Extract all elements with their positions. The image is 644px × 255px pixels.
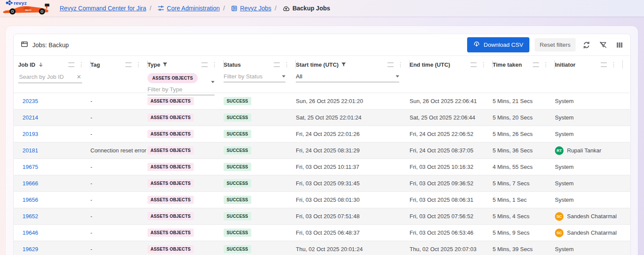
svg-text:REVYZ: REVYZ [25, 9, 32, 11]
job-id-link[interactable]: 19656 [22, 197, 38, 203]
initiator-cell: System [555, 180, 623, 187]
tag-cell: - [90, 197, 147, 203]
job-id-link[interactable]: 19646 [22, 229, 38, 236]
job-id-link[interactable]: 20235 [22, 98, 38, 104]
tag-cell: - [90, 114, 147, 121]
initiator-name: Sandesh Chatarmal [567, 213, 617, 219]
status-badge: SUCCESS [224, 146, 251, 155]
time-taken-cell: 5 Mins, 39 Secs [493, 246, 555, 252]
initiator-name: Sandesh Chatarmal [567, 229, 617, 236]
breadcrumb-label: Backup Jobs [292, 5, 330, 12]
type-badge: ASSETS OBJECTS [147, 196, 194, 204]
column-resize-handle[interactable] [125, 62, 131, 67]
column-resize-handle[interactable] [68, 62, 74, 67]
revyz-logo-icon: revyz REVYZ [3, 0, 51, 15]
start-time-cell: Fri, 03 Oct 2025 06:48:37 [296, 229, 410, 236]
initiator-cell: System [555, 114, 623, 121]
job-id-link[interactable]: 20193 [22, 131, 38, 137]
table-row: 19675 - ASSETS OBJECTS SUCCESS Fri, 03 O… [14, 158, 630, 175]
tag-cell: - [90, 98, 147, 104]
column-resize-handle[interactable] [202, 62, 208, 67]
start-time-cell: Fri, 24 Oct 2025 22:01:26 [296, 131, 410, 137]
columns-button[interactable] [614, 40, 625, 50]
start-time-filter-dropdown[interactable]: All [296, 73, 399, 82]
job-id-link[interactable]: 19675 [22, 164, 38, 170]
sort-descending-icon[interactable] [38, 62, 44, 68]
clear-filters-button[interactable] [597, 39, 609, 50]
initiator-cell: SC Sandesh Chatarmal [555, 212, 623, 221]
breadcrumb-label: Core Administration [167, 5, 220, 12]
type-badge: ASSETS OBJECTS [147, 179, 194, 187]
table-row: 19629 - ASSETS OBJECTS SUCCESS Thu, 02 O… [14, 241, 630, 255]
download-csv-label: Download CSV [484, 42, 523, 48]
column-menu-icon[interactable]: ⋮ [543, 61, 549, 68]
initiator-cell: RT Rupali Tankar [555, 146, 623, 155]
type-filter-selection[interactable]: ASSETS OBJECTS [147, 73, 215, 83]
initiator-name: Rupali Tankar [567, 147, 601, 154]
status-filter-dropdown[interactable]: Filter by Status [224, 73, 285, 82]
initiator-avatar: SC [555, 229, 564, 237]
type-badge: ASSETS OBJECTS [147, 130, 194, 138]
job-id-link[interactable]: 20181 [22, 147, 38, 154]
backup-jobs-card: Jobs: Backup Download CSV Reset filters [13, 34, 631, 255]
initiator-name: System [555, 98, 574, 104]
type-filter-placeholder[interactable]: Filter by Type [147, 86, 215, 93]
revyz-logo: revyz REVYZ [3, 0, 51, 17]
reset-filters-button[interactable]: Reset filters [535, 38, 576, 52]
end-time-cell: Fri, 03 Oct 2025 09:36:52 [410, 180, 493, 187]
end-time-cell: Sat, 25 Oct 2025 22:06:44 [410, 114, 493, 121]
column-resize-handle[interactable] [388, 62, 394, 67]
job-id-search-input[interactable] [18, 73, 76, 81]
column-menu-icon[interactable]: ⋮ [397, 61, 404, 68]
column-resize-handle[interactable] [601, 62, 607, 67]
chevron-down-icon[interactable] [211, 81, 215, 83]
job-id-link[interactable]: 20214 [22, 114, 38, 121]
breadcrumb-link-command-center[interactable]: Revyz Command Center for Jira [60, 5, 146, 12]
column-menu-icon[interactable]: ⋮ [78, 61, 84, 68]
status-filter-placeholder: Filter by Status [224, 73, 279, 80]
table-row: 20193 - ASSETS OBJECTS SUCCESS Fri, 24 O… [14, 126, 630, 142]
table-row: 19646 - ASSETS OBJECTS SUCCESS Fri, 03 O… [14, 224, 630, 241]
type-badge: ASSETS OBJECTS [147, 113, 194, 122]
end-time-cell: Fri, 03 Oct 2025 06:53:46 [410, 229, 493, 236]
status-badge: SUCCESS [224, 196, 251, 204]
initiator-avatar: SC [555, 212, 564, 221]
breadcrumb-link-core-administration[interactable]: Core Administration [155, 5, 220, 12]
table-row: 20181 Connection reset error te ASSETS O… [14, 142, 630, 158]
download-csv-button[interactable]: Download CSV [467, 37, 529, 52]
type-filter-chip[interactable]: ASSETS OBJECTS [147, 73, 198, 83]
column-menu-icon[interactable]: ⋮ [284, 61, 290, 68]
time-taken-cell: 5 Mins, 26 Secs [493, 131, 555, 137]
end-time-cell: Fri, 03 Oct 2025 10:16:32 [410, 164, 493, 170]
tune-icon [157, 5, 164, 12]
column-menu-icon[interactable]: ⋮ [611, 61, 617, 68]
column-resize-handle[interactable] [533, 62, 539, 67]
column-menu-icon[interactable]: ⋮ [481, 61, 487, 68]
toolbar-actions: Download CSV Reset filters [467, 37, 625, 52]
breadcrumb-link-revyz-jobs[interactable]: Revyz Jobs [228, 5, 271, 12]
start-time-cell: Fri, 03 Oct 2025 07:51:48 [296, 213, 410, 219]
jobs-list-icon [231, 5, 237, 12]
column-menu-icon[interactable]: ⋮ [135, 61, 141, 68]
job-id-link[interactable]: 19652 [22, 213, 38, 219]
window-icon [21, 41, 28, 49]
refresh-button[interactable] [581, 39, 592, 51]
refresh-icon [583, 41, 590, 49]
time-taken-cell: 5 Mins, 9 Secs [493, 229, 555, 236]
breadcrumb-label: Revyz Command Center for Jira [60, 5, 146, 12]
column-resize-handle[interactable] [274, 62, 280, 67]
tag-cell: Connection reset error te [90, 147, 147, 154]
table-row: 19652 - ASSETS OBJECTS SUCCESS Fri, 03 O… [14, 208, 630, 224]
clear-search-icon[interactable]: ✕ [76, 74, 82, 80]
breadcrumb-separator: / [223, 5, 225, 12]
initiator-cell: System [555, 131, 623, 137]
job-id-link[interactable]: 19666 [22, 180, 38, 187]
job-id-link[interactable]: 19629 [22, 246, 38, 252]
column-status: Status ⋮ Filter by Status [224, 56, 296, 95]
end-time-cell: Fri, 03 Oct 2025 08:06:31 [410, 197, 493, 203]
initiator-name: System [555, 164, 574, 170]
column-resize-handle[interactable] [471, 62, 477, 67]
column-menu-icon[interactable]: ⋮ [211, 61, 218, 68]
time-taken-cell: 5 Mins, 20 Secs [493, 114, 555, 121]
initiator-cell: System [555, 197, 623, 203]
